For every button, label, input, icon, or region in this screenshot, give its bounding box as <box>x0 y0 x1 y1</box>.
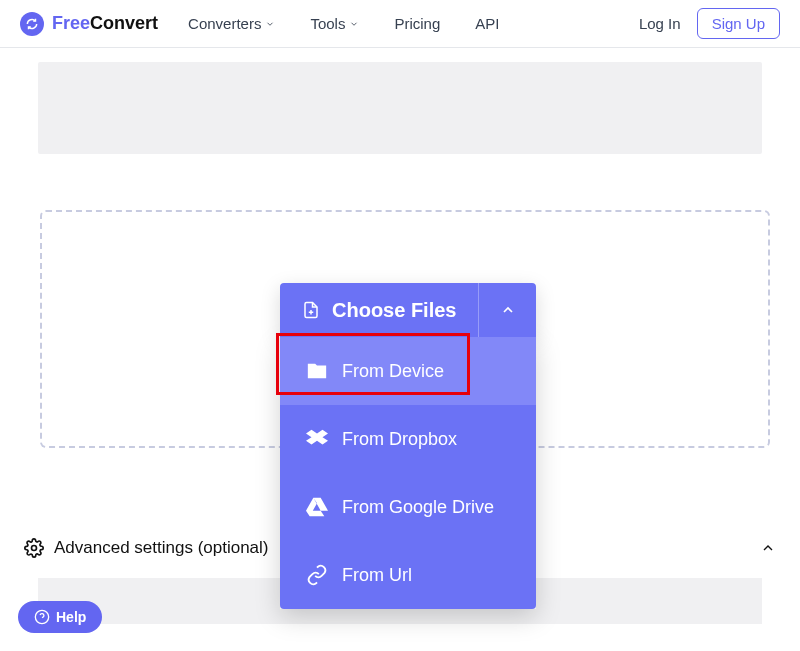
logo-text: FreeConvert <box>52 13 158 34</box>
choose-source-toggle[interactable] <box>478 283 536 337</box>
source-from-dropbox[interactable]: From Dropbox <box>280 405 536 473</box>
dropbox-icon <box>306 428 328 450</box>
nav-api[interactable]: API <box>475 15 499 32</box>
ad-placeholder <box>38 62 762 154</box>
chevron-down-icon <box>265 19 275 29</box>
source-dropdown: From Device From Dropbox From Google Dri… <box>280 337 536 609</box>
nav: Converters Tools Pricing API <box>188 15 639 32</box>
google-drive-icon <box>306 496 328 518</box>
choose-button-row: Choose Files <box>280 283 536 337</box>
nav-converters[interactable]: Converters <box>188 15 275 32</box>
link-icon <box>306 564 328 586</box>
signup-button[interactable]: Sign Up <box>697 8 780 39</box>
nav-pricing[interactable]: Pricing <box>394 15 440 32</box>
folder-icon <box>306 360 328 382</box>
source-from-url[interactable]: From Url <box>280 541 536 609</box>
source-from-device[interactable]: From Device <box>280 337 536 405</box>
choose-files-button[interactable]: Choose Files <box>280 283 478 337</box>
source-from-google-drive[interactable]: From Google Drive <box>280 473 536 541</box>
help-icon <box>34 609 50 625</box>
chevron-up-icon <box>500 302 516 318</box>
svg-point-2 <box>32 546 37 551</box>
help-button[interactable]: Help <box>18 601 102 633</box>
header: FreeConvert Converters Tools Pricing API… <box>0 0 800 48</box>
login-link[interactable]: Log In <box>639 15 681 32</box>
file-plus-icon <box>302 299 320 321</box>
logo-icon <box>20 12 44 36</box>
auth: Log In Sign Up <box>639 8 780 39</box>
choose-files-wrapper: Choose Files From Device From Dropbox <box>280 283 536 609</box>
nav-tools[interactable]: Tools <box>310 15 359 32</box>
gear-icon <box>24 538 44 558</box>
chevron-down-icon <box>349 19 359 29</box>
logo[interactable]: FreeConvert <box>20 12 158 36</box>
advanced-settings-label: Advanced settings (optional) <box>54 538 269 558</box>
chevron-up-icon <box>760 540 776 556</box>
